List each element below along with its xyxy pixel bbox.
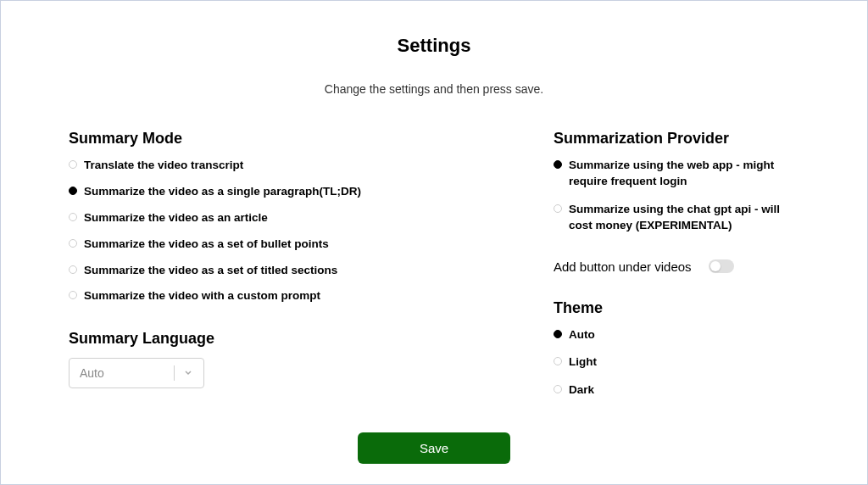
summary-language-select[interactable]: Auto <box>69 358 204 388</box>
radio-icon <box>554 357 562 365</box>
summary-mode-option[interactable]: Summarize the video as an article <box>69 210 486 226</box>
radio-icon <box>69 291 77 299</box>
theme-label: Light <box>569 354 597 371</box>
save-button[interactable]: Save <box>358 432 510 464</box>
radio-icon <box>554 385 562 393</box>
summary-mode-title: Summary Mode <box>69 130 486 148</box>
radio-icon <box>69 213 77 221</box>
summary-mode-label: Summarize the video as a single paragrap… <box>84 184 361 200</box>
provider-group: Summarize using the web app - might requ… <box>554 158 799 234</box>
page-subtitle: Change the settings and then press save. <box>69 82 799 96</box>
radio-icon <box>69 187 77 195</box>
theme-option[interactable]: Auto <box>554 327 799 343</box>
radio-icon <box>69 265 77 274</box>
theme-group: AutoLightDark <box>554 327 799 399</box>
toggle-knob <box>710 261 721 271</box>
add-button-toggle[interactable] <box>709 259 734 273</box>
page-title: Settings <box>69 35 799 57</box>
summary-language-title: Summary Language <box>69 330 486 348</box>
radio-icon <box>69 160 77 169</box>
provider-label: Summarize using the chat gpt api - will … <box>569 202 799 234</box>
summary-mode-label: Summarize the video as a set of titled s… <box>84 263 337 279</box>
summary-mode-option[interactable]: Summarize the video with a custom prompt <box>69 288 486 304</box>
provider-title: Summarization Provider <box>554 130 799 148</box>
radio-icon <box>554 330 562 338</box>
theme-label: Auto <box>569 327 595 343</box>
chevron-down-icon <box>183 366 193 380</box>
summary-mode-option[interactable]: Translate the video transcript <box>69 158 486 174</box>
summary-language-value: Auto <box>80 366 104 380</box>
select-divider <box>174 365 175 381</box>
theme-title: Theme <box>554 299 799 317</box>
theme-option[interactable]: Dark <box>554 382 799 399</box>
summary-mode-label: Summarize the video as an article <box>84 210 268 226</box>
add-button-label: Add button under videos <box>554 259 692 274</box>
summary-mode-option[interactable]: Summarize the video as a single paragrap… <box>69 184 486 200</box>
summary-mode-option[interactable]: Summarize the video as a set of bullet p… <box>69 237 486 253</box>
provider-option[interactable]: Summarize using the chat gpt api - will … <box>554 202 799 234</box>
summary-mode-group: Translate the video transcriptSummarize … <box>69 158 486 304</box>
summary-mode-label: Summarize the video with a custom prompt <box>84 288 320 304</box>
provider-option[interactable]: Summarize using the web app - might requ… <box>554 158 799 190</box>
theme-option[interactable]: Light <box>554 354 799 371</box>
provider-label: Summarize using the web app - might requ… <box>569 158 799 190</box>
radio-icon <box>69 239 77 248</box>
radio-icon <box>554 204 562 213</box>
theme-label: Dark <box>569 382 594 399</box>
radio-icon <box>554 160 562 169</box>
summary-mode-label: Translate the video transcript <box>84 158 243 174</box>
summary-mode-option[interactable]: Summarize the video as a set of titled s… <box>69 263 486 279</box>
summary-mode-label: Summarize the video as a set of bullet p… <box>84 237 329 253</box>
